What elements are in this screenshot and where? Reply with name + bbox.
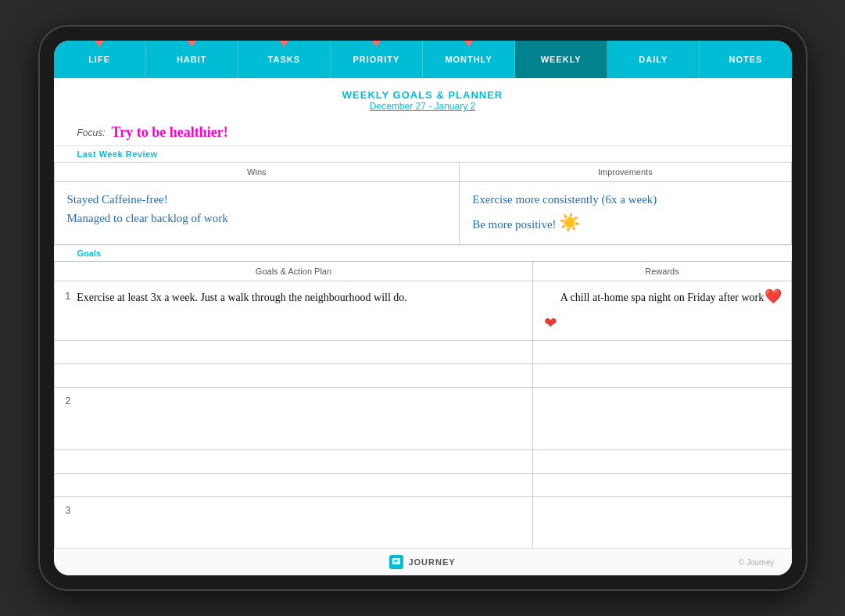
tab-life[interactable]: LIFE	[54, 41, 146, 78]
footer-logo: JOURNEY	[389, 555, 455, 569]
focus-label: Focus:	[77, 127, 106, 138]
reward-1-text: A chill at-home spa night on Friday afte…	[544, 289, 779, 306]
tablet-screen: LIFE HABIT TASKS PRIORITY MONTHLY WEEKLY	[54, 41, 792, 575]
goal-row-1: 1 Exercise at least 3x a week. Just a wa…	[54, 281, 791, 340]
tab-notes[interactable]: NOTES	[700, 41, 791, 78]
page-header: WEEKLY GOALS & PLANNER December 27 - Jan…	[54, 78, 792, 116]
goal-2-subrow-1	[54, 449, 791, 473]
last-week-review-label: Last Week Review	[54, 146, 792, 162]
footer-copyright: © Journey	[739, 558, 775, 567]
goal-1-text: Exercise at least 3x a week. Just a walk…	[77, 292, 407, 303]
tab-marker-tasks	[279, 41, 288, 47]
tab-habit[interactable]: HABIT	[146, 41, 238, 78]
wins-header: Wins	[54, 163, 460, 182]
tab-monthly[interactable]: MONTHLY	[423, 41, 515, 78]
svg-rect-1	[394, 560, 399, 560]
reward-1-cell: ❤️ A chill at-home spa night on Friday a…	[533, 281, 791, 340]
goal-number-3: 3	[66, 503, 77, 516]
goal-3-cell: 3	[54, 496, 533, 548]
main-content: WEEKLY GOALS & PLANNER December 27 - Jan…	[54, 78, 792, 548]
heart-icon-1: ❤️	[764, 288, 782, 305]
footer-brand: JOURNEY	[408, 557, 455, 567]
tab-marker-priority	[371, 41, 381, 47]
goal-row-2: 2	[54, 387, 791, 449]
goal-number-1: 1	[66, 289, 77, 302]
tab-weekly[interactable]: WEEKLY	[515, 41, 607, 78]
goal-row-3: 3	[54, 496, 791, 548]
tab-priority[interactable]: PRIORITY	[331, 41, 423, 78]
goals-header: Goals & Action Plan	[54, 262, 533, 281]
review-row: Stayed Caffeine-free! Managed to clear b…	[54, 182, 791, 245]
win-2: Managed to clear backlog of work	[67, 209, 447, 227]
reward-2-cell	[533, 387, 791, 449]
page-date[interactable]: December 27 - January 2	[54, 101, 792, 112]
tab-marker-habit	[187, 41, 196, 47]
goal-2-subrow-2	[54, 473, 791, 496]
tab-daily[interactable]: DAILY	[607, 41, 700, 78]
goals-label: Goals	[54, 245, 792, 261]
nav-tabs: LIFE HABIT TASKS PRIORITY MONTHLY WEEKLY	[54, 41, 792, 78]
goal-1-cell: 1 Exercise at least 3x a week. Just a wa…	[54, 281, 533, 340]
goal-number-2: 2	[66, 394, 77, 406]
tab-marker-monthly	[464, 41, 474, 47]
focus-text: Try to be healthier!	[112, 124, 228, 141]
review-table: Wins Improvements Stayed Caffeine-free! …	[54, 162, 792, 245]
sun-icon: ☀️	[559, 209, 580, 236]
page-title: WEEKLY GOALS & PLANNER	[54, 89, 792, 101]
goal-1-subrow-2	[54, 364, 791, 387]
focus-row: Focus: Try to be healthier!	[54, 116, 792, 146]
tab-tasks[interactable]: TASKS	[238, 41, 331, 78]
tab-marker-life	[95, 41, 104, 47]
improvements-header: Improvements	[460, 163, 791, 182]
improvements-cell: Exercise more consistently (6x a week) B…	[460, 182, 791, 245]
heart-icon-small: ❤	[544, 314, 557, 331]
wins-cell: Stayed Caffeine-free! Managed to clear b…	[54, 182, 460, 245]
tablet-frame: LIFE HABIT TASKS PRIORITY MONTHLY WEEKLY	[40, 27, 806, 589]
win-1: Stayed Caffeine-free!	[67, 190, 447, 209]
improvement-text: Exercise more consistently (6x a week) B…	[472, 190, 778, 236]
footer: JOURNEY © Journey	[54, 548, 792, 575]
goals-table: Goals & Action Plan Rewards 1 Exercise a…	[54, 261, 792, 548]
goal-1-subrow-1	[54, 340, 791, 364]
rewards-header: Rewards	[533, 262, 791, 281]
svg-rect-2	[394, 561, 397, 562]
journey-icon	[389, 555, 403, 569]
goal-2-cell: 2	[54, 387, 533, 449]
reward-3-cell	[533, 496, 791, 548]
